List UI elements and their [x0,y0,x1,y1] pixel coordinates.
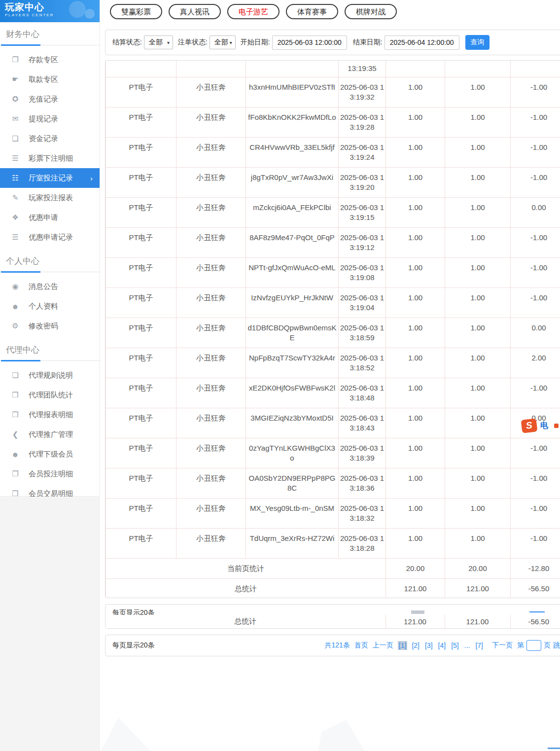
sidebar-item-deposit[interactable]: ❐存款专区 [0,50,100,70]
settle-status-label: 结算状态: [112,38,142,47]
sidebar-item-recharge-records[interactable]: ✪充值记录 [0,89,100,109]
recharge-record-icon: ✪ [11,95,20,104]
background-triangle-decoration [101,717,150,751]
category-tabs: 雙赢彩票真人视讯电子游艺体育赛事棋牌对战 [105,0,560,23]
sidebar-item-agent-team-stats[interactable]: ❒代理团队统计 [0,385,100,405]
cell-bet-id: OA0SbY2DN9ERPpP8PG8C [246,468,339,499]
sidebar-item-promo-apply-records[interactable]: ☰优惠申请记录 [0,227,100,247]
cell-bet-amount: 1.00 [386,107,445,138]
total-summary-profit: -56.50 [511,579,560,599]
page-link[interactable]: [7] [474,641,484,650]
cell-game [176,61,246,77]
page-jump-input[interactable] [526,640,541,651]
cell-profit: -1.00 [511,529,560,559]
overlay-total-valid: 121.00 [445,615,510,628]
tab-live-video[interactable]: 真人视讯 [169,4,221,19]
tab-board-games[interactable]: 棋牌对战 [345,4,397,19]
sidebar-item-label: 优惠申请记录 [29,233,73,242]
sidebar-item-agent-rules[interactable]: ❏代理规则说明 [0,365,100,385]
sidebar-item-agent-report-details[interactable]: ❒代理报表明细 [0,405,100,425]
member-transaction-icon: ❒ [11,489,20,497]
page-link[interactable]: [4] [437,641,447,650]
start-date-input[interactable]: 2025-06-03 12:00:00 [272,36,347,50]
tab-sports[interactable]: 体育赛事 [286,4,338,19]
order-status-value: 全部 [214,38,228,47]
cell-valid-bet: 1.00 [445,468,511,499]
overlay-artifact-gray [411,610,424,614]
tab-lottery[interactable]: 雙赢彩票 [110,4,162,19]
sidebar-item-hall-bet-records[interactable]: ☷厅室投注记录› [0,168,100,188]
cell-profit: -1.00 [511,77,560,107]
first-page-link[interactable]: 首页 [354,641,368,650]
underline-blue [1,44,40,46]
pagination-controls: 共121条 首页 上一页 [1][2][3][4][5]...[7] 下一页 第… [325,640,560,651]
sidebar-item-withdraw-records[interactable]: ✉提现记录 [0,109,100,129]
sidebar-item-player-bet-report[interactable]: ✎玩家投注报表 [0,188,100,208]
sidebar-item-member-transactions[interactable]: ❒会员交易明细 [0,484,100,497]
cell-datetime: 2025-06-03 13:18:36 [339,468,386,499]
members-icon: ☻ [11,450,20,459]
order-status-select[interactable]: 全部 ▾ [210,36,236,49]
cell-bet-amount: 1.00 [386,499,445,529]
sidebar-item-label: 提现记录 [29,114,58,124]
cell-bet-amount: 1.00 [386,138,445,168]
sidebar-item-announcements[interactable]: ◉消息公告 [0,277,100,296]
cell-profit [511,61,560,77]
sidebar: 玩家中心 PLAYERS CENTER 财务中心❐存款专区☛取款专区✪充值记录✉… [0,0,100,497]
cell-game: 小丑狂奔 [176,138,246,168]
table-row: PT电子小丑狂奔h3xnHmUMhBIEPV0zSTfI2025-06-03 1… [106,77,560,107]
cell-game: 小丑狂奔 [176,228,246,258]
cell-profit: 0.00 [511,198,560,228]
sidebar-item-profile[interactable]: ☻个人资料 [0,296,100,316]
share-icon: ❮ [11,430,20,439]
sidebar-item-fund-records[interactable]: ❑资金记录 [0,129,100,148]
cell-valid-bet: 1.00 [445,318,511,348]
sidebar-item-change-password[interactable]: ⚙修改密码 [0,316,100,336]
background-triangle-decoration [318,720,365,751]
document-icon: ❏ [11,371,20,380]
gear-icon: ⚙ [11,322,20,330]
table-row: PT电子小丑狂奔OA0SbY2DN9ERPpP8PG8C2025-06-03 1… [106,468,560,499]
floating-service-widget[interactable]: S 电 [522,419,559,432]
page-link[interactable]: [2] [411,641,420,650]
cell-datetime: 2025-06-03 13:19:15 [339,198,386,228]
jump-button[interactable]: 跳 [553,641,560,650]
cell-profit: 0.00 [511,318,560,348]
page-link[interactable]: [3] [424,641,434,650]
sidebar-section-title: 代理中心 [0,338,100,360]
table-row: PT电子小丑狂奔MX_Yesg09Ltb-m-_0nSM2025-06-03 1… [106,499,560,529]
cell-datetime: 2025-06-03 13:19:32 [339,77,386,107]
cell-profit: -1.00 [511,138,560,168]
sidebar-item-label: 代理规则说明 [29,371,73,380]
cell-datetime: 2025-06-03 13:19:12 [339,228,386,258]
tab-electronic-games[interactable]: 电子游艺 [227,4,280,19]
page-summary-valid: 20.00 [445,559,511,579]
cell-platform: PT电子 [106,198,176,228]
search-button[interactable]: 查询 [465,35,490,50]
bet-records-panel: 13:19:35 PT电子小丑狂奔h3xnHmUMhBIEPV0zSTfI202… [105,60,560,598]
sidebar-item-label: 厅室投注记录 [29,174,73,183]
cell-datetime: 2025-06-03 13:18:48 [339,378,386,408]
end-date-input[interactable]: 2025-06-04 12:00:00 [385,36,459,50]
sidebar-item-member-bet-details[interactable]: ❐会员投注明细 [0,464,100,484]
page-link[interactable]: [5] [450,641,460,650]
cell-game: 小丑狂奔 [176,107,246,138]
sidebar-item-agent-promotion[interactable]: ❮代理推广管理 [0,425,100,444]
page-link[interactable]: [1] [398,641,408,650]
page-number-links: [1][2][3][4][5]...[7] [398,642,488,649]
prev-page-link[interactable]: 上一页 [373,641,393,650]
left-background [0,498,100,751]
cell-datetime: 2025-06-03 13:19:08 [339,258,386,288]
sidebar-item-agent-members[interactable]: ☻代理下级会员 [0,444,100,464]
next-page-link[interactable]: 下一页 [492,641,513,650]
settle-status-select[interactable]: 全部 ▾ [144,36,173,49]
sidebar-item-lottery-bet-details[interactable]: ☰彩票下注明细 [0,148,100,168]
cell-valid-bet: 1.00 [445,138,511,168]
sidebar-item-promo-apply[interactable]: ❖优惠申请 [0,208,100,227]
sidebar-item-label: 代理团队统计 [29,391,73,400]
sidebar-item-withdraw-zone[interactable]: ☛取款专区 [0,70,100,89]
app-logo: 玩家中心 PLAYERS CENTER [0,0,100,22]
table-row: PT电子小丑狂奔IzNvfzgEUYkP_HrJkNtW2025-06-03 1… [106,288,560,318]
cell-game: 小丑狂奔 [176,77,246,107]
cell-bet-amount: 1.00 [386,258,445,288]
